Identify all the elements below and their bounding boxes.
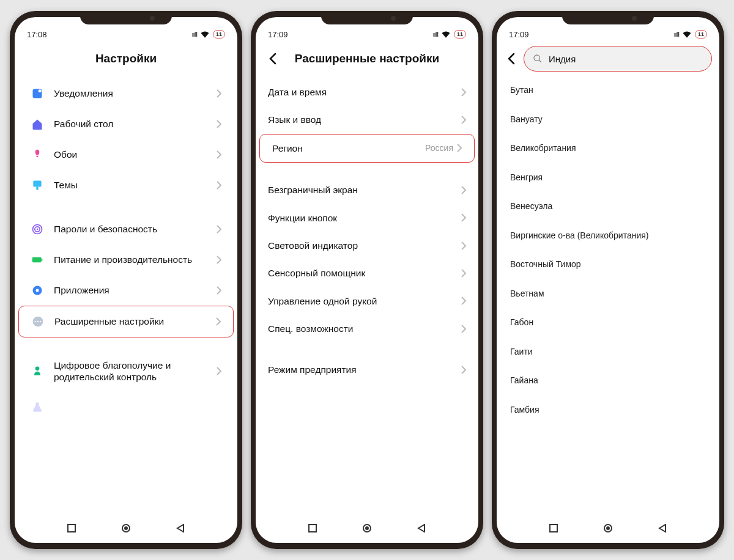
country-list[interactable]: БутанВануатуВеликобританияВенгрияВенесуэ… [497,76,719,514]
nav-home-button[interactable] [120,523,132,534]
country-item[interactable]: Вануату [497,105,719,134]
svg-point-18 [124,526,128,530]
nav-recent-button[interactable] [548,523,559,534]
country-label: Бутан [510,85,706,96]
nav-back-button[interactable] [175,523,186,534]
phone-notch [321,11,413,24]
chevron-right-icon [216,317,221,326]
svg-rect-24 [550,525,557,532]
country-item[interactable]: Гаити [497,337,719,367]
chevron-right-icon [461,88,466,97]
country-label: Вьетнам [510,289,706,300]
nav-recent-button[interactable] [307,523,318,534]
row-region[interactable]: Регион Россия [259,134,475,163]
advanced-settings-list[interactable]: Дата и время Язык и ввод Регион Россия Б… [256,76,478,514]
row-label: Рабочий стол [54,118,207,130]
settings-list[interactable]: Уведомления Рабочий стол Обои Темы [15,76,237,514]
home-icon [31,117,44,131]
country-item[interactable]: Бутан [497,76,719,105]
chevron-right-icon [461,241,466,250]
svg-rect-16 [68,525,75,532]
country-label: Венгрия [510,172,706,183]
row-language[interactable]: Язык и ввод [256,106,478,133]
nav-home-button[interactable] [602,523,614,534]
nav-back-button[interactable] [657,523,668,534]
screen-1: 17:08 ıılll 11 Настройки Уведомления Раб… [15,17,237,543]
row-label: Цифровое благополучие и родительский кон… [54,359,207,383]
country-item[interactable]: Венгрия [497,163,719,193]
chevron-right-icon [217,256,221,264]
country-label: Великобритания [510,143,706,154]
chevron-right-icon [217,286,221,295]
svg-point-21 [365,526,369,530]
svg-point-12 [35,321,37,323]
chevron-right-icon [217,150,221,159]
row-themes[interactable]: Темы [18,170,234,201]
country-label: Гаити [510,347,706,358]
svg-point-26 [606,526,610,530]
row-wellbeing[interactable]: Цифровое благополучие и родительский кон… [18,351,234,392]
country-item[interactable]: Габон [497,308,719,337]
phone-frame-1: 17:08 ıılll 11 Настройки Уведомления Раб… [10,11,242,549]
search-input[interactable]: Индия [524,46,712,72]
status-icons: ıılll 11 [674,30,707,39]
phone-frame-2: 17:09 ıılll 11 Расширенные настройки Дат… [251,11,483,549]
row-security[interactable]: Пароли и безопасность [18,214,234,245]
country-item[interactable]: Венесуэла [497,192,719,221]
clock: 17:09 [268,30,288,39]
row-label: Расширенные настройки [54,315,206,327]
svg-point-22 [534,55,539,61]
status-icons: ıılll 11 [433,30,466,39]
chevron-right-icon [461,116,466,124]
nav-back-button[interactable] [416,523,427,534]
row-led[interactable]: Световой индикатор [256,232,478,259]
row-label: Дата и время [268,86,461,98]
country-item[interactable]: Великобритания [497,134,719,163]
row-quickball[interactable]: Сенсорный помощник [256,259,478,287]
search-value: Индия [549,54,576,64]
row-apps[interactable]: Приложения [18,275,234,306]
row-advanced-settings[interactable]: Расширенные настройки [18,306,234,337]
row-wallpaper[interactable]: Обои [18,139,234,170]
battery-icon: 11 [454,30,466,39]
chevron-right-icon [457,144,462,152]
row-button-functions[interactable]: Функции кнопок [256,204,478,232]
chevron-right-icon [217,367,221,375]
back-button[interactable] [504,51,519,66]
row-notifications[interactable]: Уведомления [18,78,234,109]
wallpaper-icon [31,148,44,161]
svg-point-14 [40,321,42,323]
phone-frame-3: 17:09 ıılll 11 Индия БутанВануатуВеликоб… [492,11,724,549]
chevron-right-icon [461,186,466,194]
row-label: Приложения [54,284,207,296]
back-button[interactable] [265,51,280,66]
page-header: Настройки [15,42,237,76]
row-battery[interactable]: Питание и производительность [18,245,234,275]
country-label: Виргинские о-ва (Великобритания) [510,230,706,241]
chevron-right-icon [461,269,466,278]
svg-point-1 [39,89,42,92]
battery-icon: 11 [695,30,707,39]
row-onehand[interactable]: Управление одной рукой [256,287,478,315]
nav-recent-button[interactable] [66,523,77,534]
nav-home-button[interactable] [361,523,373,534]
row-datetime[interactable]: Дата и время [256,78,478,106]
row-label: Спец. возможности [268,323,461,334]
country-item[interactable]: Восточный Тимор [497,250,719,279]
row-label: Язык и ввод [268,114,461,125]
row-value: Россия [425,143,453,153]
row-enterprise[interactable]: Режим предприятия [256,356,478,383]
country-item[interactable]: Вьетнам [497,279,719,309]
row-fullscreen[interactable]: Безграничный экран [256,176,478,204]
row-home[interactable]: Рабочий стол [18,109,234,139]
row-label: Безграничный экран [268,184,461,196]
row-cutoff[interactable] [18,392,234,422]
country-item[interactable]: Гайана [497,366,719,396]
status-icons: ıılll 11 [192,30,225,39]
themes-icon [31,179,44,192]
country-item[interactable]: Гамбия [497,396,719,425]
country-item[interactable]: Виргинские о-ва (Великобритания) [497,221,719,251]
svg-rect-8 [42,259,43,260]
row-accessibility[interactable]: Спец. возможности [256,315,478,342]
svg-point-6 [37,229,39,230]
